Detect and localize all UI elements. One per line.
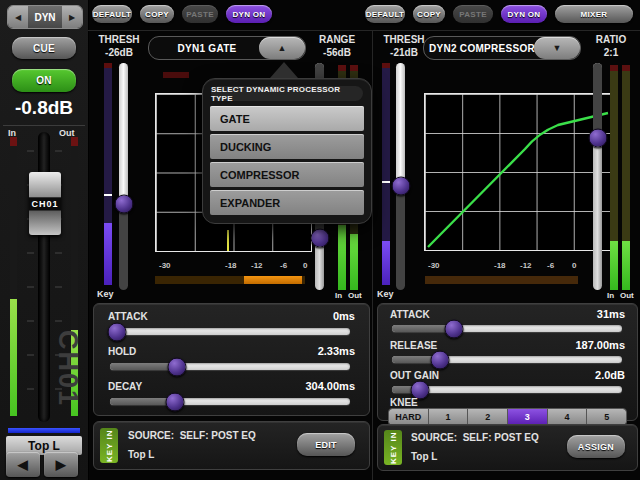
cue-button[interactable]: CUE <box>12 37 76 59</box>
right-arrow-icon: ▶ <box>56 457 66 472</box>
right-arrow-icon: ▶ <box>69 13 75 22</box>
paste-button[interactable]: PASTE <box>453 5 493 23</box>
dyn1-key-label: Key <box>97 289 114 299</box>
divider <box>372 30 373 480</box>
chevron-down-icon: ▼ <box>552 43 561 53</box>
popup-item-gate[interactable]: GATE <box>210 106 364 131</box>
divider <box>3 125 85 126</box>
knee-option-4[interactable]: 4 <box>548 409 588 425</box>
default-button[interactable]: DEFAULT <box>365 5 405 23</box>
page-nav-label: DYN <box>28 6 62 28</box>
popup-item-compressor[interactable]: COMPRESSOR <box>210 162 364 187</box>
dyn1-hold-slider[interactable] <box>110 363 350 370</box>
fader-cap[interactable]: CH01 <box>29 172 61 235</box>
dyn2-attack-knob[interactable] <box>445 319 464 338</box>
fader-cap-label: CH01 <box>29 198 61 210</box>
chevron-up-icon: ▲ <box>277 43 286 53</box>
dyn2-out-meter <box>622 65 630 290</box>
dyn-on-button[interactable]: DYN ON <box>501 5 547 23</box>
knee-option-hard[interactable]: HARD <box>389 409 429 425</box>
dyn2-gr-meter <box>425 276 578 284</box>
dyn2-release-knob[interactable] <box>431 350 450 369</box>
divider <box>88 30 640 31</box>
dyn2-ratio-slider[interactable] <box>593 63 602 290</box>
dyn1-keyin-tab: KEY IN <box>100 428 118 463</box>
dyn1-range-readout: RANGE-56dB <box>306 33 368 59</box>
scale-tick: -18 <box>494 261 506 270</box>
dyn1-out-label: Out <box>348 291 362 300</box>
copy-button[interactable]: COPY <box>140 5 174 23</box>
dyn1-decay-knob[interactable] <box>165 392 184 411</box>
popup-title: SELECT DYNAMIC PROCESSOR TYPE <box>211 86 363 101</box>
gate-threshold-line <box>227 230 229 251</box>
popup-pointer <box>270 62 298 78</box>
prev-page-button[interactable]: ◀ <box>8 6 28 28</box>
dyn2-ratio-knob[interactable] <box>588 128 607 147</box>
popup-item-expander[interactable]: EXPANDER <box>210 190 364 215</box>
page-nav: ◀ DYN ▶ <box>7 5 83 29</box>
next-page-button[interactable]: ▶ <box>62 6 82 28</box>
copy-button[interactable]: COPY <box>413 5 445 23</box>
dyn1-type-selector[interactable]: DYN1 GATE ▲ <box>148 36 306 60</box>
dyn-on-button[interactable]: DYN ON <box>226 5 272 23</box>
dyn1-range-knob[interactable] <box>310 228 329 247</box>
scale-tick: 0 <box>572 261 576 270</box>
on-button[interactable]: ON <box>12 69 76 92</box>
dyn1-thresh-readout: THRESH-26dB <box>90 33 148 59</box>
dyn1-key-meter <box>104 63 112 285</box>
dyn2-params-box: ATTACK 31ms RELEASE 187.00ms OUT GAIN 2.… <box>377 303 638 421</box>
selector-open-button[interactable]: ▲ <box>259 37 305 59</box>
dyn2-attack-slider[interactable] <box>392 325 622 332</box>
dyn2-key-meter <box>382 63 390 285</box>
scale-tick: -30 <box>428 261 440 270</box>
scale-tick: -12 <box>251 261 263 270</box>
dyn2-in-label: In <box>607 291 614 300</box>
toolbar-dyn2: DEFAULT COPY PASTE DYN ON MIXER <box>365 5 633 23</box>
dyn2-threshold-knob[interactable] <box>391 176 410 195</box>
knee-option-5[interactable]: 5 <box>587 409 626 425</box>
knee-option-1[interactable]: 1 <box>429 409 469 425</box>
dyn2-keyin-assign-button[interactable]: ASSIGN <box>567 435 625 458</box>
dyn1-threshold-knob[interactable] <box>114 194 133 213</box>
knee-option-2[interactable]: 2 <box>468 409 508 425</box>
popup-item-ducking[interactable]: DUCKING <box>210 134 364 159</box>
dyn2-type-selector[interactable]: DYN2 COMPRESSOR ▼ <box>423 36 581 60</box>
dyn1-params-box: ATTACK 0ms HOLD 2.33ms DECAY 304.00ms <box>93 303 370 416</box>
left-arrow-icon: ◀ <box>15 13 21 22</box>
dyn2-outgain-slider[interactable] <box>392 386 622 393</box>
fader-level-value: -0.8dB <box>0 97 88 119</box>
dyn2-release-slider[interactable] <box>392 356 622 363</box>
dyn2-key-label: Key <box>377 289 394 299</box>
dyn1-hold-knob[interactable] <box>168 357 187 376</box>
dyn1-decay-slider[interactable] <box>110 398 350 405</box>
dyn1-keyin-edit-button[interactable]: EDIT <box>297 433 355 456</box>
knee-option-3[interactable]: 3 <box>508 409 548 425</box>
selector-open-button[interactable]: ▼ <box>534 37 580 59</box>
scale-tick: -6 <box>547 261 554 270</box>
next-channel-button[interactable]: ▶ <box>44 452 78 477</box>
dyn1-gr-meter <box>155 276 305 284</box>
left-arrow-icon: ◀ <box>18 457 28 472</box>
scale-tick: -30 <box>159 261 171 270</box>
dyn1-attack-slider[interactable] <box>110 328 350 335</box>
dyn1-attack-knob[interactable] <box>108 322 127 341</box>
processor-type-popup: SELECT DYNAMIC PROCESSOR TYPE GATE DUCKI… <box>202 78 372 224</box>
dyn1-in-label: In <box>335 291 342 300</box>
scale-tick: -6 <box>280 261 287 270</box>
prev-channel-button[interactable]: ◀ <box>6 452 40 477</box>
dyn2-keyin-tab: KEY IN <box>384 430 402 465</box>
dyn1-threshold-slider[interactable] <box>119 63 128 290</box>
dyn2-compressor-graph <box>424 93 612 251</box>
channel-ghost-label: CH01 <box>52 330 83 430</box>
dyn2-keyin-box: KEY IN SOURCE: SELF: POST EQ Top L ASSIG… <box>377 424 638 471</box>
dyn2-threshold-slider[interactable] <box>396 63 405 290</box>
scale-tick: 0 <box>303 261 307 270</box>
paste-button[interactable]: PASTE <box>182 5 218 23</box>
toolbar-dyn1: DEFAULT COPY PASTE DYN ON <box>92 5 272 23</box>
compressor-curve <box>425 94 611 250</box>
dyn2-out-label: Out <box>620 291 634 300</box>
default-button[interactable]: DEFAULT <box>92 5 132 23</box>
channel-color-bar <box>8 428 80 433</box>
mixer-button[interactable]: MIXER <box>555 5 633 23</box>
scale-tick: -12 <box>520 261 532 270</box>
